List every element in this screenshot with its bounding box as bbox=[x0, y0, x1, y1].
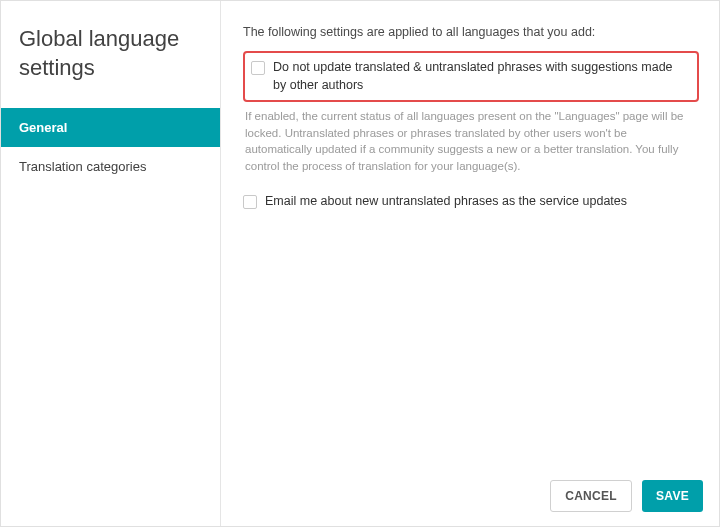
sidebar: Global language settings General Transla… bbox=[1, 1, 221, 526]
checkbox-do-not-update[interactable] bbox=[251, 61, 265, 75]
intro-text: The following settings are applied to al… bbox=[243, 25, 699, 39]
footer-actions: CANCEL SAVE bbox=[550, 480, 703, 512]
setting-email-untranslated: Email me about new untranslated phrases … bbox=[243, 193, 699, 211]
global-language-settings-dialog: Global language settings General Transla… bbox=[0, 0, 720, 527]
setting-label: Email me about new untranslated phrases … bbox=[265, 193, 627, 211]
cancel-button[interactable]: CANCEL bbox=[550, 480, 632, 512]
page-title: Global language settings bbox=[1, 21, 220, 108]
setting-label: Do not update translated & untranslated … bbox=[273, 59, 689, 94]
helper-do-not-update: If enabled, the current status of all la… bbox=[243, 106, 699, 193]
save-button[interactable]: SAVE bbox=[642, 480, 703, 512]
setting-do-not-update: Do not update translated & untranslated … bbox=[243, 51, 699, 102]
checkbox-email-untranslated[interactable] bbox=[243, 195, 257, 209]
sidebar-item-label: General bbox=[19, 120, 67, 135]
sidebar-item-translation-categories[interactable]: Translation categories bbox=[1, 147, 220, 186]
sidebar-item-general[interactable]: General bbox=[1, 108, 220, 147]
content: The following settings are applied to al… bbox=[221, 1, 719, 526]
sidebar-item-label: Translation categories bbox=[19, 159, 146, 174]
